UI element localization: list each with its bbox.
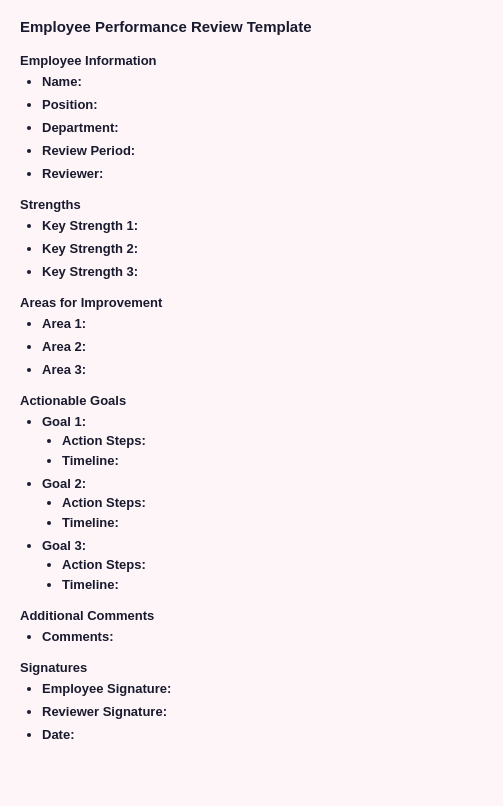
list-item: Action Steps:: [62, 495, 483, 510]
list-item: Date:: [42, 727, 483, 742]
improvements-heading: Areas for Improvement: [20, 295, 483, 310]
strengths-section: Strengths Key Strength 1: Key Strength 2…: [20, 197, 483, 279]
list-item: Reviewer:: [42, 166, 483, 181]
list-item: Review Period:: [42, 143, 483, 158]
goal-2-subitems: Action Steps: Timeline:: [42, 495, 483, 530]
page-title: Employee Performance Review Template: [20, 18, 483, 35]
list-item: Area 1:: [42, 316, 483, 331]
comments-section: Additional Comments Comments:: [20, 608, 483, 644]
list-item: Position:: [42, 97, 483, 112]
goals-section: Actionable Goals Goal 1: Action Steps: T…: [20, 393, 483, 592]
signatures-list: Employee Signature: Reviewer Signature: …: [20, 681, 483, 742]
list-item: Key Strength 2:: [42, 241, 483, 256]
employee-info-heading: Employee Information: [20, 53, 483, 68]
comments-heading: Additional Comments: [20, 608, 483, 623]
goal-3-label: Goal 3:: [42, 538, 86, 553]
employee-info-section: Employee Information Name: Position: Dep…: [20, 53, 483, 181]
improvements-list: Area 1: Area 2: Area 3:: [20, 316, 483, 377]
signatures-section: Signatures Employee Signature: Reviewer …: [20, 660, 483, 742]
goals-list: Goal 1: Action Steps: Timeline: Goal 2: …: [20, 414, 483, 592]
list-item: Timeline:: [62, 515, 483, 530]
strengths-list: Key Strength 1: Key Strength 2: Key Stre…: [20, 218, 483, 279]
list-item: Action Steps:: [62, 433, 483, 448]
list-item: Name:: [42, 74, 483, 89]
list-item: Timeline:: [62, 453, 483, 468]
goal-2-label: Goal 2:: [42, 476, 86, 491]
goal-1-item: Goal 1: Action Steps: Timeline:: [42, 414, 483, 468]
goal-2-item: Goal 2: Action Steps: Timeline:: [42, 476, 483, 530]
list-item: Action Steps:: [62, 557, 483, 572]
list-item: Area 3:: [42, 362, 483, 377]
strengths-heading: Strengths: [20, 197, 483, 212]
list-item: Key Strength 1:: [42, 218, 483, 233]
goals-heading: Actionable Goals: [20, 393, 483, 408]
employee-info-list: Name: Position: Department: Review Perio…: [20, 74, 483, 181]
list-item: Employee Signature:: [42, 681, 483, 696]
goal-1-label: Goal 1:: [42, 414, 86, 429]
list-item: Comments:: [42, 629, 483, 644]
list-item: Reviewer Signature:: [42, 704, 483, 719]
improvements-section: Areas for Improvement Area 1: Area 2: Ar…: [20, 295, 483, 377]
signatures-heading: Signatures: [20, 660, 483, 675]
goal-3-subitems: Action Steps: Timeline:: [42, 557, 483, 592]
list-item: Department:: [42, 120, 483, 135]
goal-3-item: Goal 3: Action Steps: Timeline:: [42, 538, 483, 592]
list-item: Key Strength 3:: [42, 264, 483, 279]
goal-1-subitems: Action Steps: Timeline:: [42, 433, 483, 468]
list-item: Area 2:: [42, 339, 483, 354]
comments-list: Comments:: [20, 629, 483, 644]
list-item: Timeline:: [62, 577, 483, 592]
